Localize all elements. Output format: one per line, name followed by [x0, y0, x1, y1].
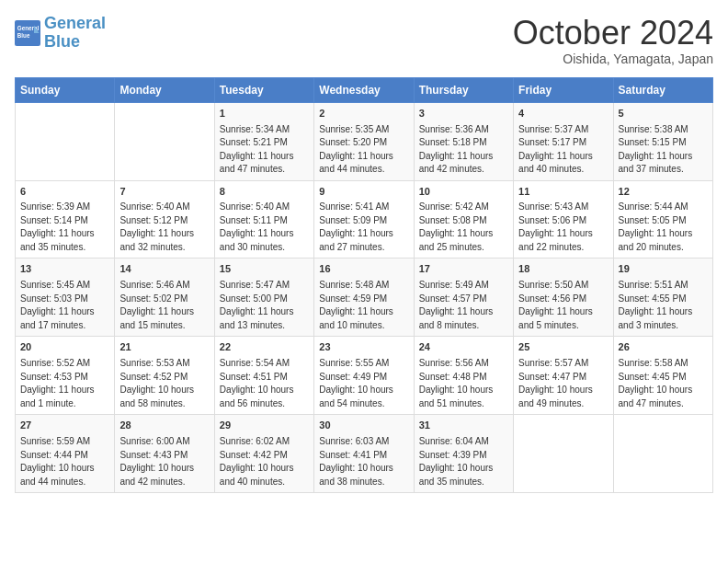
calendar-day-cell: 28Sunrise: 6:00 AMSunset: 4:43 PMDayligh… [115, 415, 214, 493]
calendar-day-cell [613, 415, 712, 493]
calendar-day-cell: 31Sunrise: 6:04 AMSunset: 4:39 PMDayligh… [414, 415, 513, 493]
weekday-header: Monday [115, 77, 214, 102]
day-number: 16 [319, 262, 408, 277]
day-number: 14 [119, 262, 209, 277]
calendar-week-row: 6Sunrise: 5:39 AMSunset: 5:14 PMDaylight… [16, 180, 713, 259]
day-number: 25 [518, 340, 608, 355]
calendar-day-cell: 4Sunrise: 5:37 AMSunset: 5:17 PMDaylight… [514, 102, 613, 180]
day-number: 12 [619, 185, 708, 200]
calendar-day-cell: 1Sunrise: 5:34 AMSunset: 5:21 PMDaylight… [214, 102, 313, 180]
calendar-week-row: 13Sunrise: 5:45 AMSunset: 5:03 PMDayligh… [16, 259, 713, 337]
calendar-day-cell: 30Sunrise: 6:03 AMSunset: 4:41 PMDayligh… [314, 415, 414, 493]
weekday-header: Saturday [613, 77, 712, 102]
calendar-day-cell: 5Sunrise: 5:38 AMSunset: 5:15 PMDaylight… [613, 102, 712, 180]
calendar-day-cell: 6Sunrise: 5:39 AMSunset: 5:14 PMDaylight… [16, 180, 115, 259]
calendar-day-cell: 7Sunrise: 5:40 AMSunset: 5:12 PMDaylight… [115, 180, 214, 259]
calendar-day-cell [115, 102, 214, 180]
day-number: 17 [419, 262, 508, 277]
calendar-day-cell: 29Sunrise: 6:02 AMSunset: 4:42 PMDayligh… [214, 415, 313, 493]
day-number: 23 [319, 340, 408, 355]
calendar-day-cell: 17Sunrise: 5:49 AMSunset: 4:57 PMDayligh… [414, 259, 513, 337]
month-title: October 2024 [513, 15, 713, 52]
calendar-day-cell: 14Sunrise: 5:46 AMSunset: 5:02 PMDayligh… [115, 259, 214, 337]
day-number: 21 [119, 340, 209, 355]
calendar-day-cell: 27Sunrise: 5:59 AMSunset: 4:44 PMDayligh… [16, 415, 115, 493]
calendar-day-cell: 15Sunrise: 5:47 AMSunset: 5:00 PMDayligh… [214, 259, 313, 337]
calendar-day-cell: 23Sunrise: 5:55 AMSunset: 4:49 PMDayligh… [314, 337, 414, 415]
day-number: 27 [20, 419, 109, 433]
day-number: 29 [220, 419, 309, 433]
calendar-day-cell: 10Sunrise: 5:42 AMSunset: 5:08 PMDayligh… [414, 180, 513, 259]
day-number: 13 [20, 262, 109, 277]
calendar-day-cell: 25Sunrise: 5:57 AMSunset: 4:47 PMDayligh… [514, 337, 613, 415]
title-block: October 2024 Oishida, Yamagata, Japan [513, 15, 713, 66]
calendar-day-cell: 12Sunrise: 5:44 AMSunset: 5:05 PMDayligh… [613, 180, 712, 259]
header-row: SundayMondayTuesdayWednesdayThursdayFrid… [16, 77, 713, 102]
day-number: 1 [220, 107, 309, 121]
weekday-header: Tuesday [214, 77, 313, 102]
calendar-day-cell: 20Sunrise: 5:52 AMSunset: 4:53 PMDayligh… [16, 337, 115, 415]
calendar-day-cell: 21Sunrise: 5:53 AMSunset: 4:52 PMDayligh… [115, 337, 214, 415]
day-number: 9 [319, 185, 408, 200]
day-number: 10 [419, 185, 508, 200]
weekday-header: Thursday [414, 77, 513, 102]
calendar-table: SundayMondayTuesdayWednesdayThursdayFrid… [15, 77, 713, 494]
day-number: 8 [220, 185, 309, 200]
day-number: 3 [419, 107, 508, 121]
day-number: 22 [220, 340, 309, 355]
day-number: 7 [119, 185, 209, 200]
calendar-day-cell: 16Sunrise: 5:48 AMSunset: 4:59 PMDayligh… [314, 259, 414, 337]
day-number: 11 [518, 185, 608, 200]
calendar-day-cell: 13Sunrise: 5:45 AMSunset: 5:03 PMDayligh… [16, 259, 115, 337]
calendar-day-cell: 22Sunrise: 5:54 AMSunset: 4:51 PMDayligh… [214, 337, 313, 415]
day-number: 26 [619, 340, 708, 355]
calendar-day-cell: 11Sunrise: 5:43 AMSunset: 5:06 PMDayligh… [514, 180, 613, 259]
weekday-header: Wednesday [314, 77, 414, 102]
calendar-week-row: 1Sunrise: 5:34 AMSunset: 5:21 PMDaylight… [16, 102, 713, 180]
calendar-day-cell [16, 102, 115, 180]
logo-text2: Blue [44, 33, 106, 52]
day-number: 30 [319, 419, 408, 433]
day-number: 6 [20, 185, 109, 200]
logo-icon: General Blue [15, 20, 40, 46]
calendar-day-cell: 3Sunrise: 5:36 AMSunset: 5:18 PMDaylight… [414, 102, 513, 180]
calendar-day-cell: 26Sunrise: 5:58 AMSunset: 4:45 PMDayligh… [613, 337, 712, 415]
day-number: 18 [518, 262, 608, 277]
calendar-day-cell: 8Sunrise: 5:40 AMSunset: 5:11 PMDaylight… [214, 180, 313, 259]
calendar-day-cell: 24Sunrise: 5:56 AMSunset: 4:48 PMDayligh… [414, 337, 513, 415]
calendar-day-cell: 19Sunrise: 5:51 AMSunset: 4:55 PMDayligh… [613, 259, 712, 337]
day-number: 19 [619, 262, 708, 277]
day-number: 28 [119, 419, 209, 433]
calendar-day-cell: 2Sunrise: 5:35 AMSunset: 5:20 PMDaylight… [314, 102, 414, 180]
logo-text: General [44, 15, 106, 33]
logo: General Blue General Blue [15, 15, 106, 52]
day-number: 2 [319, 107, 408, 121]
weekday-header: Sunday [16, 77, 115, 102]
day-number: 5 [619, 107, 708, 121]
day-number: 20 [20, 340, 109, 355]
day-number: 24 [419, 340, 508, 355]
calendar-week-row: 20Sunrise: 5:52 AMSunset: 4:53 PMDayligh… [16, 337, 713, 415]
calendar-day-cell [514, 415, 613, 493]
day-number: 15 [220, 262, 309, 277]
page-header: General Blue General Blue October 2024 O… [15, 15, 713, 66]
day-number: 31 [419, 419, 508, 433]
svg-text:Blue: Blue [17, 32, 30, 39]
location-subtitle: Oishida, Yamagata, Japan [513, 52, 713, 66]
weekday-header: Friday [514, 77, 613, 102]
day-number: 4 [518, 107, 608, 121]
calendar-day-cell: 18Sunrise: 5:50 AMSunset: 4:56 PMDayligh… [514, 259, 613, 337]
calendar-week-row: 27Sunrise: 5:59 AMSunset: 4:44 PMDayligh… [16, 415, 713, 493]
calendar-day-cell: 9Sunrise: 5:41 AMSunset: 5:09 PMDaylight… [314, 180, 414, 259]
